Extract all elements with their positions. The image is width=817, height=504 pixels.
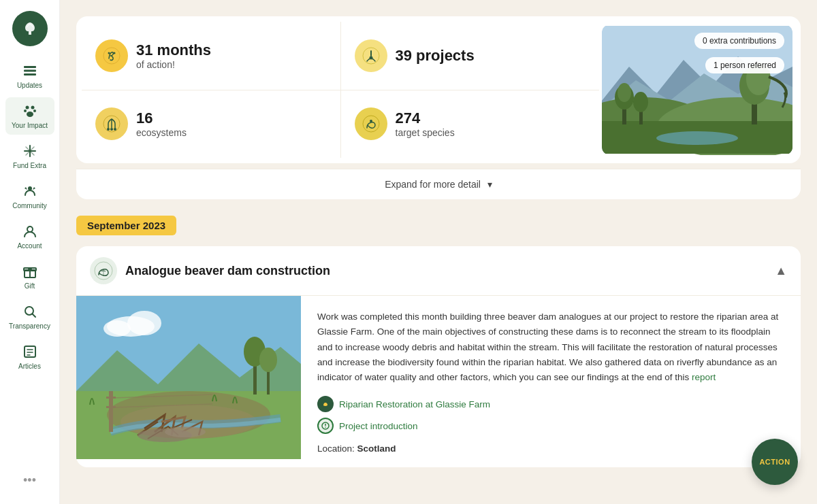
location-text: Location: Scotland — [317, 443, 784, 454]
sidebar: Updates Your Impact Fund Extra — [0, 0, 60, 504]
svg-point-4 — [25, 106, 29, 110]
svg-point-75 — [325, 427, 326, 429]
articles-icon — [22, 343, 38, 360]
svg-point-51 — [656, 131, 738, 145]
project-header-left: Analogue beaver dam construction — [90, 257, 330, 284]
stat-projects: 39 projects — [341, 22, 600, 90]
project-links: Riparian Restoration at Glassie Farm Pro… — [317, 396, 784, 434]
species-label: target species — [396, 127, 455, 138]
sidebar-item-account-label: Account — [17, 242, 42, 250]
person-referred-badge: 1 person referred — [705, 57, 784, 73]
account-icon — [22, 223, 38, 239]
project-text: Work was completed this month building t… — [317, 309, 784, 385]
location-value: Scotland — [357, 443, 396, 454]
extra-contributions-badge: 0 extra contributions — [694, 33, 784, 49]
project-link-2[interactable]: Project introduction — [317, 418, 784, 434]
sidebar-item-fund-extra-label: Fund Extra — [13, 162, 46, 169]
svg-point-71 — [259, 348, 277, 372]
link-1-icon — [317, 396, 334, 412]
expand-chevron: ▾ — [487, 179, 492, 190]
ecosystems-text: 16 ecosystems — [136, 110, 187, 138]
sidebar-item-transparency-label: Transparency — [9, 322, 50, 330]
svg-point-35 — [363, 116, 379, 132]
project-title: Analogue beaver dam construction — [125, 264, 330, 278]
more-icon[interactable]: ••• — [18, 468, 42, 493]
sidebar-item-updates[interactable]: Updates — [5, 57, 54, 95]
stat-months: 31 months of action! — [82, 22, 340, 90]
svg-point-14 — [27, 226, 33, 232]
sidebar-item-fund-extra[interactable]: Fund Extra — [5, 137, 54, 175]
svg-point-13 — [28, 186, 32, 190]
svg-point-5 — [31, 106, 34, 110]
expand-row[interactable]: Expand for more detail ▾ — [76, 169, 801, 199]
project-description: Work was completed this month building t… — [301, 296, 801, 467]
svg-point-55 — [127, 311, 161, 335]
ecosystems-label: ecosystems — [136, 127, 187, 138]
community-icon — [22, 183, 38, 199]
species-icon — [355, 107, 387, 140]
updates-icon — [22, 63, 38, 79]
logo[interactable] — [12, 11, 48, 46]
svg-rect-2 — [24, 70, 36, 72]
svg-line-19 — [32, 314, 35, 318]
svg-point-45 — [618, 83, 631, 102]
sidebar-item-community[interactable]: Community — [5, 178, 54, 215]
nature-card: 0 extra contributions 1 person referred — [602, 24, 792, 155]
link-2-text: Project introduction — [339, 421, 418, 431]
date-badge: September 2023 — [76, 216, 176, 235]
paw-icon — [22, 103, 38, 119]
svg-rect-1 — [24, 66, 36, 68]
stat-species: 274 target species — [341, 90, 600, 158]
svg-point-6 — [24, 110, 27, 112]
svg-point-8 — [27, 112, 33, 117]
stats-grid: 31 months of action! 39 projects — [82, 22, 599, 158]
sidebar-item-gift-label: Gift — [25, 282, 35, 290]
ecosystems-number: 16 — [136, 110, 187, 127]
stats-card: 31 months of action! 39 projects — [76, 16, 801, 163]
sidebar-item-account[interactable]: Account — [5, 218, 54, 255]
projects-text: 39 projects — [396, 47, 475, 65]
gift-icon — [22, 263, 38, 280]
action-button[interactable]: ACTION — [752, 439, 798, 485]
project-image — [76, 296, 301, 459]
project-link-1[interactable]: Riparian Restoration at Glassie Farm — [317, 396, 784, 412]
projects-icon — [355, 39, 387, 72]
svg-point-34 — [114, 128, 116, 131]
svg-point-47 — [633, 92, 648, 112]
project-header: Analogue beaver dam construction ▲ — [76, 246, 801, 296]
fund-extra-icon — [22, 143, 38, 159]
collapse-button[interactable]: ▲ — [775, 264, 787, 278]
link-1-text: Riparian Restoration at Glassie Farm — [339, 399, 490, 409]
sidebar-item-your-impact-label: Your Impact — [12, 122, 48, 129]
svg-point-56 — [103, 320, 131, 337]
species-text: 274 target species — [396, 110, 455, 138]
sidebar-item-transparency[interactable]: Transparency — [5, 298, 54, 335]
ecosystems-icon — [95, 107, 128, 140]
months-text: 31 months of action! — [136, 41, 211, 70]
report-link[interactable]: report — [692, 372, 716, 382]
stat-ecosystems: 16 ecosystems — [82, 90, 340, 158]
sidebar-item-gift[interactable]: Gift — [5, 258, 54, 295]
location-label: Location: — [317, 443, 355, 454]
months-icon — [95, 39, 128, 72]
svg-point-36 — [370, 120, 372, 122]
svg-point-33 — [110, 128, 113, 131]
svg-point-26 — [114, 52, 116, 54]
project-body: Work was completed this month building t… — [76, 296, 801, 467]
expand-label: Expand for more detail — [385, 179, 481, 190]
link-2-icon — [317, 418, 334, 434]
main-content: 31 months of action! 39 projects — [60, 0, 817, 504]
project-card: Analogue beaver dam construction ▲ — [76, 246, 801, 467]
sidebar-item-articles-label: Articles — [18, 363, 41, 370]
svg-point-7 — [33, 110, 36, 112]
months-number: 31 months — [136, 41, 211, 59]
svg-point-32 — [107, 128, 110, 131]
sidebar-item-articles[interactable]: Articles — [5, 338, 54, 375]
transparency-icon — [22, 303, 38, 320]
sidebar-item-your-impact[interactable]: Your Impact — [5, 97, 54, 135]
projects-number: 39 projects — [396, 47, 475, 65]
svg-point-25 — [108, 52, 110, 54]
species-number: 274 — [396, 110, 455, 127]
sidebar-item-community-label: Community — [12, 202, 47, 209]
sidebar-item-updates-label: Updates — [17, 82, 42, 89]
